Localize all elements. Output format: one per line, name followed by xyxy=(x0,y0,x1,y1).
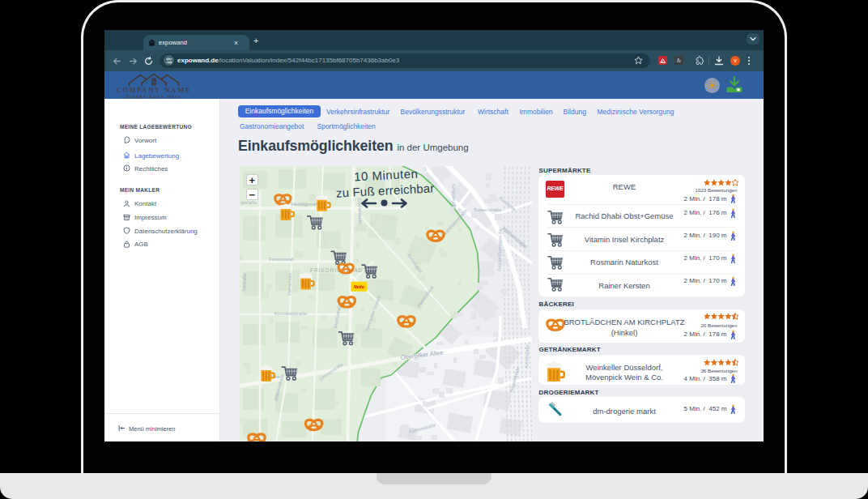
svg-text:Bunsenstraße: Bunsenstraße xyxy=(474,207,501,212)
svg-text:Arminstraße: Arminstraße xyxy=(524,344,530,369)
svg-text:Kirchfeldstraße: Kirchfeldstraße xyxy=(274,311,308,316)
svg-text:Fürstenwall: Fürstenwall xyxy=(269,257,294,262)
svg-text:gstraße: gstraße xyxy=(240,200,257,205)
svg-text:Talstraße: Talstraße xyxy=(241,273,247,292)
svg-text:Siemensstr.: Siemensstr. xyxy=(287,272,292,296)
svg-text:Netto: Netto xyxy=(354,284,364,289)
svg-text:COMPANY NAME: COMPANY NAME xyxy=(117,86,191,94)
svg-text:Scheulenstr.: Scheulenstr. xyxy=(451,184,457,209)
svg-text:Slogan Goes Here: Slogan Goes Here xyxy=(126,94,181,99)
